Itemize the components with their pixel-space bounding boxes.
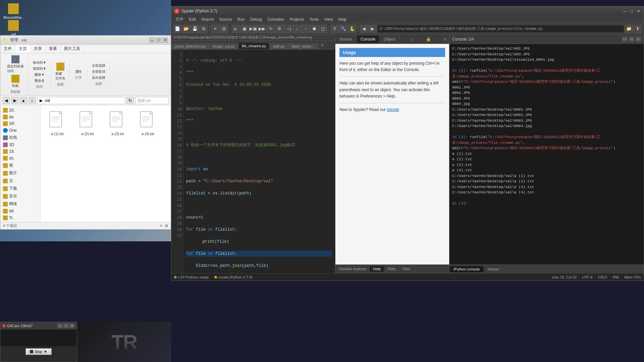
- fe-btn-delete[interactable]: 删除▼: [33, 72, 46, 78]
- fe-btn-new-folder[interactable]: 新建文件夹: [54, 62, 67, 81]
- fe-up-btn[interactable]: ▲: [20, 97, 27, 104]
- tb-save-all[interactable]: ⊞: [200, 25, 208, 33]
- desktop-icon-val[interactable]: val: [3, 20, 23, 36]
- fe-view-list-btn[interactable]: ≡: [160, 224, 162, 228]
- fe-address-bar[interactable]: ▶ val: [37, 97, 125, 104]
- tab-split[interactable]: split.py: [270, 43, 288, 49]
- gifcam-minimize-btn[interactable]: —: [57, 323, 63, 328]
- menu-consoles[interactable]: Consoles: [265, 16, 287, 22]
- tb-step-out[interactable]: ↑: [302, 25, 310, 33]
- menu-file[interactable]: 文件: [173, 16, 186, 23]
- tb-profile[interactable]: ◫: [319, 25, 327, 33]
- tb-new-file[interactable]: 📄: [173, 25, 181, 33]
- menu-search[interactable]: Search: [199, 16, 217, 22]
- menu-tools[interactable]: Tools: [307, 16, 322, 22]
- sidebar-item-tr[interactable]: Tr.: [0, 215, 40, 221]
- fe-btn-pin[interactable]: 固定到快速访问: [6, 55, 25, 74]
- tab-grass-detection[interactable]: grass_detection.py: [171, 43, 209, 49]
- fe-btn-copy-to[interactable]: 复制到▼: [32, 66, 48, 72]
- code-editor[interactable]: # -*- coding: utf-8 -*- """ Created on T…: [183, 50, 335, 273]
- fe-tab-share[interactable]: 共享: [31, 45, 46, 53]
- tb-run-cell-advance[interactable]: ▶▣: [249, 25, 257, 33]
- tb-browse[interactable]: 📁: [625, 25, 633, 33]
- rp-tab-console[interactable]: Console: [357, 36, 380, 43]
- fe-btn-move[interactable]: 移动到▼: [32, 60, 48, 66]
- help-tutorial-link[interactable]: tutorial: [387, 107, 399, 112]
- console-tab-history[interactable]: History: [484, 266, 503, 272]
- fe-btn-rename[interactable]: 重命名: [33, 78, 46, 84]
- tb-python[interactable]: 🐍: [348, 25, 356, 33]
- file-item-2[interactable]: a (2).txt: [74, 109, 101, 137]
- sidebar-item-network[interactable]: 网络: [0, 200, 40, 208]
- sidebar-item-sp[interactable]: SP.: [0, 120, 40, 127]
- fe-btn-deselect-all[interactable]: 全部取消: [91, 69, 107, 75]
- tb-run-selection[interactable]: ▶▶: [258, 25, 266, 33]
- fe-tab-home[interactable]: 主页: [15, 45, 31, 53]
- fe-refresh-btn[interactable]: ↻: [126, 97, 134, 104]
- tb-step[interactable]: →|: [284, 25, 292, 33]
- menu-help[interactable]: Help: [335, 16, 349, 22]
- rp-tab-files[interactable]: Files: [399, 266, 413, 272]
- editor-tabs-more[interactable]: ≡: [318, 41, 326, 49]
- sidebar-item-3d[interactable]: 3D: [0, 141, 40, 148]
- tb-back[interactable]: ◀: [360, 25, 368, 33]
- menu-run[interactable]: Run: [235, 16, 248, 22]
- console-content[interactable]: C:/Users/YaoYee/Desktop/val\002.JPG C:/U…: [449, 44, 644, 264]
- fe-search-box[interactable]: 搜索'val': [135, 97, 169, 104]
- tb-sync[interactable]: ⬆: [634, 25, 642, 33]
- fe-forward-btn[interactable]: ▶: [11, 97, 18, 104]
- rp-lock-btn[interactable]: 🔒: [425, 35, 433, 43]
- rp-tab-object[interactable]: Object: [380, 36, 400, 43]
- rp-menu-btn[interactable]: ≡: [441, 35, 449, 43]
- menu-projects[interactable]: Projects: [287, 16, 307, 22]
- tab-label-replace[interactable]: label_replac...: [288, 43, 318, 49]
- menu-edit[interactable]: Edit: [186, 16, 199, 22]
- file-item-3[interactable]: a (3).txt: [104, 109, 131, 137]
- gifcam-stop-btn[interactable]: Stop ▼: [25, 348, 52, 355]
- rp-tab-help[interactable]: Help: [370, 266, 384, 272]
- tb-debug[interactable]: ⚙: [275, 25, 283, 33]
- console-tab-ipython[interactable]: IPython console: [449, 266, 484, 272]
- tb-open-file[interactable]: 📂: [182, 25, 190, 33]
- fe-btn-properties[interactable]: 属性: [74, 69, 83, 75]
- tab-file-rename[interactable]: file_rename.py: [238, 43, 270, 49]
- console-minimize-pane[interactable]: —: [622, 37, 628, 42]
- menu-debug[interactable]: Debug: [248, 16, 265, 22]
- fe-view-grid-btn[interactable]: ⊞: [165, 224, 168, 228]
- sidebar-item-20[interactable]: 20.: [0, 107, 40, 114]
- fe-tab-picture[interactable]: 图片工具: [61, 45, 84, 53]
- gifcam-close-btn[interactable]: ✕: [69, 323, 75, 328]
- fe-home-btn[interactable]: ⌂: [29, 97, 36, 104]
- fe-restore-btn[interactable]: □: [156, 38, 161, 43]
- sidebar-item-video[interactable]: 视: [0, 162, 40, 169]
- fe-minimize-btn[interactable]: —: [149, 38, 155, 43]
- tb-settings[interactable]: 🔧: [339, 25, 347, 33]
- desktop-icon-mousewiw[interactable]: MouseWiw...: [3, 3, 23, 19]
- spyder-restore-btn[interactable]: □: [629, 8, 634, 14]
- file-item-1[interactable]: a (1).txt: [44, 109, 71, 137]
- tb-save-file[interactable]: 💾: [191, 25, 199, 33]
- sidebar-item-thispc[interactable]: 此电: [0, 134, 40, 141]
- sidebar-item-onedrive[interactable]: One: [0, 127, 40, 134]
- fe-back-btn[interactable]: ◀: [2, 97, 10, 104]
- fe-btn-select-all[interactable]: 全部选择: [91, 63, 107, 69]
- fe-tab-file[interactable]: 文件: [0, 45, 15, 53]
- tb-run[interactable]: ▶: [232, 25, 240, 33]
- fe-btn-paste[interactable]: 粘贴: [10, 74, 21, 89]
- tb-find[interactable]: ⚲: [331, 25, 339, 33]
- tb-run-cell[interactable]: ▣: [240, 25, 249, 33]
- tb-stop[interactable]: ⏹: [310, 25, 318, 33]
- console-edit-btn[interactable]: ✏: [629, 37, 634, 42]
- sidebar-item-wi[interactable]: Wi: [0, 208, 40, 215]
- gifcam-restore-btn[interactable]: □: [63, 323, 69, 328]
- sidebar-item-docs[interactable]: 文.: [0, 177, 40, 185]
- rp-tab-var-explorer[interactable]: Variable explorer: [335, 266, 370, 272]
- rp-tab-plots[interactable]: Plots: [384, 266, 399, 272]
- rp-tab-source[interactable]: Source: [335, 36, 357, 43]
- sidebar-item-music[interactable]: 音乐: [0, 192, 40, 200]
- menu-source[interactable]: Source: [217, 16, 235, 22]
- sidebar-item-pictures[interactable]: 图片: [0, 169, 40, 177]
- sidebar-item-sh[interactable]: sh.: [0, 155, 40, 162]
- tb-forward[interactable]: ▶: [369, 25, 377, 33]
- fe-btn-invert-select[interactable]: 反向选择: [91, 75, 107, 81]
